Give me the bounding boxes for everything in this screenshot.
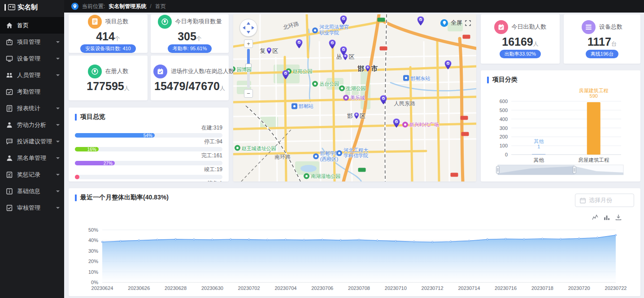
sidebar-menu: 首页项目管理设备管理人员管理考勤管理报表统计劳动力分析投诉建议管理黑名单管理奖惩… [0, 17, 64, 216]
overview-body: 在建:31954%停工:9416%完工:16127%竣工:19筹备:1 [69, 124, 229, 181]
category-bar-chart: 0100200300400500600其他1其他房屋建筑工程590房屋建筑工程 [481, 86, 640, 180]
toolbox-line-chart-icon[interactable] [592, 214, 598, 220]
project-map-pin[interactable] [444, 60, 452, 72]
overview-bar-fill: 54% [75, 133, 155, 138]
breadcrumb-root[interactable]: 实名制管理系统 [109, 3, 146, 10]
project-map-pin[interactable] [340, 15, 348, 27]
card-badge: 出勤率33.92% [500, 50, 541, 58]
blacklist-icon [6, 155, 13, 162]
map-poi-label: 生湖公园 [339, 86, 366, 91]
overview-bar-track: 16% [75, 147, 222, 151]
calendar-check-icon [153, 65, 167, 78]
dashboard-root: 实名制 首页项目管理设备管理人员管理考勤管理报表统计劳动力分析投诉建议管理黑名单… [0, 0, 644, 298]
overview-bar-track: 54% [75, 133, 222, 138]
project-map-pin[interactable] [393, 118, 400, 130]
chevron-down-icon [56, 207, 60, 211]
poi-park-icon [233, 66, 235, 72]
svg-text:600: 600 [500, 99, 508, 104]
card-badge: 安装设备项目数: 410 [80, 44, 135, 53]
toolbox-bar-chart-icon[interactable] [604, 214, 610, 220]
project-map-pin[interactable] [417, 16, 424, 28]
map-poi-label: 邯郸学院 (西校区) [313, 151, 340, 162]
map-poi-label: 邯郸站 [292, 104, 313, 109]
card-badge: 考勤率: 95.61% [168, 44, 212, 53]
project-map-pin[interactable] [379, 95, 387, 107]
complaint-icon [6, 138, 13, 145]
card-label: 进场作业人数/在岗总人数 [171, 68, 234, 75]
fullscreen-button[interactable]: 全屏 [440, 19, 471, 27]
sidebar-item-label: 基础信息 [17, 187, 56, 195]
title-bar-icon [75, 114, 77, 121]
pin-circle-icon [88, 65, 102, 78]
overview-row-label: 完工:161 [75, 152, 222, 160]
card-label: 在册人数 [105, 67, 129, 75]
sidebar-item-6[interactable]: 劳动力分析 [0, 117, 64, 133]
project-overview-panel: 项目总览 在建:31954%停工:9416%完工:16127%竣工:19筹备:1 [69, 108, 229, 181]
sidebar-item-8[interactable]: 黑名单管理 [0, 150, 64, 166]
map-district-label: 邯区 [347, 112, 366, 120]
chevron-down-icon [56, 74, 60, 78]
toolbox-download-icon[interactable] [615, 214, 622, 220]
svg-text:20230710: 20230710 [385, 285, 407, 291]
card-total-projects: 项目总数 414个 安装设备项目数: 410 [69, 14, 148, 53]
overview-bar-track: 27% [75, 161, 222, 165]
sidebar-item-5[interactable]: 报表统计 [0, 100, 64, 117]
card-value: 15479/47670人 [154, 81, 225, 92]
card-badge: 离线196台 [586, 50, 618, 58]
panel-title: 最近一个月整体出勤率(40.83%) [75, 194, 169, 202]
svg-text:房屋建筑工程: 房屋建筑工程 [578, 157, 609, 163]
map-pan-control[interactable] [239, 19, 257, 37]
project-map-pin[interactable] [329, 39, 336, 51]
svg-text:20230722: 20230722 [605, 285, 627, 291]
svg-text:房屋建筑工程: 房屋建筑工程 [579, 88, 609, 93]
map-panel[interactable]: + − 全屏 河北司法警官 职业学院赵苑公园丛台公园生湖公园美乐城邯郸站邯郸东站… [233, 14, 476, 181]
svg-text:1: 1 [537, 144, 540, 149]
svg-text:20230628: 20230628 [165, 285, 187, 291]
sidebar-item-9[interactable]: 奖惩记录 [0, 166, 64, 183]
svg-text:20230706: 20230706 [311, 285, 333, 291]
sidebar-item-0[interactable]: 首页 [0, 17, 64, 34]
reward-icon [6, 171, 13, 178]
card-registered-people: 在册人数 177595人 [69, 56, 148, 100]
zoom-in-button[interactable]: + [244, 39, 253, 48]
breadcrumb-current[interactable]: 首页 [155, 3, 166, 10]
project-map-pin[interactable] [295, 39, 303, 51]
overview-row: 在建:31954% [75, 124, 222, 138]
sidebar-item-3[interactable]: 人员管理 [0, 67, 64, 83]
card-total-devices: 设备总数 1117台 离线196台 [564, 14, 640, 64]
svg-text:0%: 0% [91, 280, 98, 285]
svg-text:400: 400 [500, 117, 508, 122]
sidebar-item-10[interactable]: 基础信息 [0, 183, 64, 199]
card-label: 设备总数 [599, 23, 622, 31]
poi-park-icon [235, 145, 240, 151]
map-poi-label: 新兴时代广场 [402, 122, 439, 128]
sidebar-item-1[interactable]: 项目管理 [0, 34, 64, 50]
sidebar: 实名制 首页项目管理设备管理人员管理考勤管理报表统计劳动力分析投诉建议管理黑名单… [0, 0, 64, 298]
sidebar-item-11[interactable]: 审核管理 [0, 199, 64, 216]
sidebar-item-7[interactable]: 投诉建议管理 [0, 133, 64, 150]
zoom-out-button[interactable]: − [244, 89, 253, 98]
svg-text:20230704: 20230704 [274, 285, 296, 291]
attendance-icon [6, 88, 13, 95]
map-poi-label: 河北工程大 学科信学院 [336, 147, 368, 159]
overview-row: 完工:16127% [75, 152, 222, 165]
people-icon [6, 72, 13, 79]
card-today-present: 今日出勤人数 16169人 出勤率33.92% [481, 14, 560, 64]
sidebar-item-4[interactable]: 考勤管理 [0, 83, 64, 100]
svg-text:20230714: 20230714 [458, 285, 480, 291]
project-map-pin[interactable] [282, 70, 290, 82]
svg-text:20%: 20% [88, 259, 98, 264]
poi-mall-icon [343, 95, 349, 100]
month-picker-input[interactable]: 选择月份 [575, 194, 634, 207]
datazoom-slider[interactable] [496, 165, 624, 175]
title-bar-icon [487, 77, 489, 83]
card-value: 305个 [178, 31, 202, 42]
sidebar-item-2[interactable]: 设备管理 [0, 50, 64, 67]
project-icon [6, 39, 13, 46]
document-icon [88, 15, 102, 29]
device-icon [6, 55, 13, 62]
location-pin-icon [71, 3, 78, 10]
route-shield-icon [358, 168, 366, 172]
chevron-down-icon [56, 41, 60, 45]
svg-text:200: 200 [500, 134, 508, 139]
